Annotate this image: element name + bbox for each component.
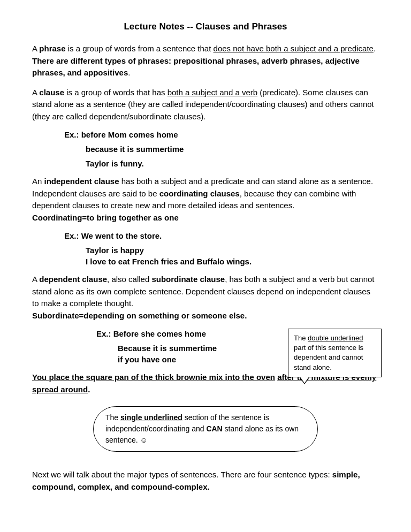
phrase-bold: phrase	[39, 44, 65, 53]
callout-double-underline: double underlined	[308, 334, 363, 342]
example-before-mom: Ex.: before Mom comes home	[64, 130, 379, 139]
oval-single-underline: single underlined	[120, 413, 182, 422]
oval-box: The single underlined section of the sen…	[93, 406, 318, 452]
example-store: Ex.: We went to the store.	[64, 231, 379, 240]
paragraph-independent: An independent clause has both a subject…	[32, 176, 379, 224]
phrase-underline: does not have both a subject and a predi…	[214, 44, 374, 53]
example-taylor-happy: Taylor is happy	[86, 246, 379, 255]
independent-clause-bold: independent clause	[44, 177, 119, 186]
subordinate-def-bold: Subordinate=depending on something or so…	[32, 311, 247, 320]
clause-bold: clause	[39, 88, 64, 97]
coordinating-def-bold: Coordinating=to bring together as one	[32, 213, 179, 222]
dependent-clause-bold: dependent clause	[39, 275, 107, 284]
page: Lecture Notes -- Clauses and Phrases A p…	[0, 0, 411, 532]
clause-underline: both a subject and a verb	[168, 88, 257, 97]
callout-box-dependent: The double underlined part of this sente…	[288, 329, 382, 377]
bold-sentence-part1: You place the square pan of the thick br…	[32, 373, 275, 382]
oval-can-bold: CAN	[206, 424, 222, 433]
sentence-types-bold: simple, compound, complex, and compound-…	[32, 470, 360, 491]
example-because-summer: because it is summertime	[86, 145, 379, 154]
subordinate-clause-bold: subordinate clause	[151, 275, 225, 284]
example-taylor-funny: Taylor is funny.	[86, 159, 379, 168]
paragraph-phrase: A phrase is a group of words from a sent…	[32, 43, 379, 79]
phrase-types-bold: There are different types of phrases: pr…	[32, 56, 360, 78]
paragraph-sentence-types: Next we will talk about the major types …	[32, 469, 379, 493]
paragraph-clause: A clause is a group of words that has bo…	[32, 87, 379, 123]
bold-sentence-period: .	[88, 385, 90, 394]
page-title: Lecture Notes -- Clauses and Phrases	[32, 21, 379, 32]
coordinating-clauses-bold: coordinating clauses	[159, 189, 240, 198]
paragraph-dependent: A dependent clause, also called subordin…	[32, 273, 379, 322]
example-french-fries: I love to eat French fries and Buffalo w…	[86, 257, 379, 266]
oval-box-container: The single underlined section of the sen…	[32, 401, 379, 459]
